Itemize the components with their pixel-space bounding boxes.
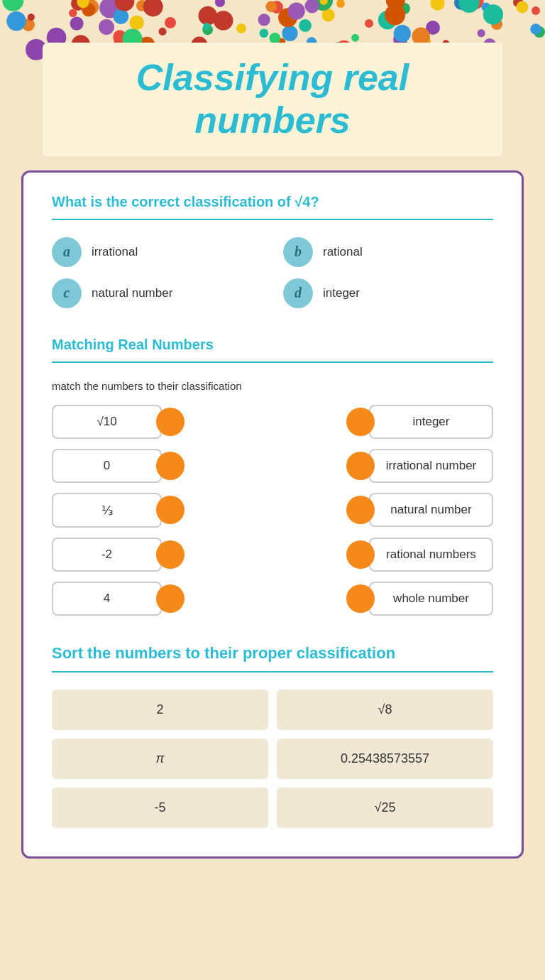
header-card: Classifying real numbers: [43, 43, 502, 156]
sort-item-4[interactable]: -5: [52, 788, 268, 828]
page-title: Classifying real numbers: [64, 57, 481, 142]
option-a[interactable]: a irrational: [52, 237, 262, 267]
badge-c: c: [52, 278, 82, 308]
match-value-1: 0: [52, 449, 162, 483]
match-left-3[interactable]: -2: [52, 538, 179, 572]
match-value-2: ⅓: [52, 493, 162, 528]
badge-a: a: [52, 237, 82, 267]
match-value-0: √10: [52, 405, 162, 439]
match-row-0: √10 integer: [52, 405, 493, 439]
match-row-1: 0 irrational number: [52, 449, 493, 483]
main-card: What is the correct classification of √4…: [21, 170, 524, 859]
mcq-options-grid: a irrational b rational c natural number: [52, 237, 493, 308]
match-class-2: natural number: [369, 493, 493, 527]
option-c[interactable]: c natural number: [52, 278, 262, 308]
sort-grid: 2 √8 π 0.25438573557 -5 √25: [52, 690, 493, 828]
match-value-3: -2: [52, 538, 162, 572]
sort-item-1[interactable]: √8: [277, 690, 493, 730]
match-class-1: irrational number: [369, 449, 493, 483]
question-section: What is the correct classification of √4…: [52, 194, 493, 308]
question-divider: [52, 219, 493, 220]
sort-title: Sort the numbers to their proper classif…: [52, 644, 493, 663]
match-left-dot-0[interactable]: [156, 408, 185, 436]
match-class-3: rational numbers: [369, 538, 493, 572]
match-class-4: whole number: [369, 582, 493, 616]
match-right-dot-0[interactable]: [346, 408, 375, 436]
match-row-2: ⅓ natural number: [52, 493, 493, 528]
matching-subtitle: match the numbers to their classificatio…: [52, 380, 493, 392]
match-left-1[interactable]: 0: [52, 449, 179, 483]
match-value-4: 4: [52, 582, 162, 616]
match-right-0[interactable]: integer: [352, 405, 493, 439]
sort-section: Sort the numbers to their proper classif…: [52, 644, 493, 828]
badge-b: b: [283, 237, 313, 267]
match-left-dot-3[interactable]: [156, 540, 185, 569]
sort-item-5[interactable]: √25: [277, 788, 493, 828]
sort-item-3[interactable]: 0.25438573557: [277, 739, 493, 779]
match-left-dot-1[interactable]: [156, 452, 185, 480]
match-row-4: 4 whole number: [52, 582, 493, 616]
label-b: rational: [323, 245, 363, 259]
question-title: What is the correct classification of √4…: [52, 194, 493, 210]
match-right-dot-1[interactable]: [346, 452, 375, 480]
match-right-dot-2[interactable]: [346, 496, 375, 524]
option-d[interactable]: d integer: [283, 278, 493, 308]
sort-item-2[interactable]: π: [52, 739, 268, 779]
match-left-4[interactable]: 4: [52, 582, 179, 616]
sort-item-0[interactable]: 2: [52, 690, 268, 730]
label-c: natural number: [92, 286, 172, 300]
label-d: integer: [323, 286, 360, 300]
match-left-2[interactable]: ⅓: [52, 493, 179, 528]
match-right-1[interactable]: irrational number: [352, 449, 493, 483]
sort-divider: [52, 671, 493, 673]
match-right-dot-3[interactable]: [346, 540, 375, 569]
matching-section: Matching Real Numbers match the numbers …: [52, 337, 493, 616]
match-right-2[interactable]: natural number: [352, 493, 493, 527]
matching-title: Matching Real Numbers: [52, 337, 493, 353]
matching-divider: [52, 361, 493, 363]
match-class-0: integer: [369, 405, 493, 439]
option-b[interactable]: b rational: [283, 237, 493, 267]
match-left-0[interactable]: √10: [52, 405, 179, 439]
label-a: irrational: [92, 245, 138, 259]
match-left-dot-2[interactable]: [156, 496, 185, 524]
badge-d: d: [283, 278, 313, 308]
match-right-4[interactable]: whole number: [352, 582, 493, 616]
match-left-dot-4[interactable]: [156, 584, 185, 613]
match-right-dot-4[interactable]: [346, 584, 375, 613]
match-right-3[interactable]: rational numbers: [352, 538, 493, 572]
match-row-3: -2 rational numbers: [52, 538, 493, 572]
